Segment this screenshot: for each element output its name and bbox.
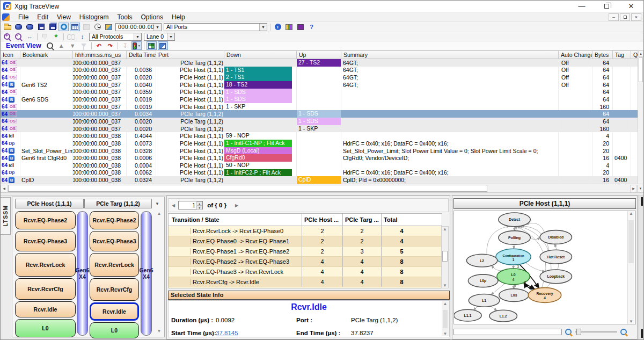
save-all-icon[interactable] (47, 23, 57, 31)
chevron-down-icon[interactable]: ▼ (134, 33, 141, 40)
column-transition-state[interactable]: Transition / State (169, 216, 302, 223)
filter-icon[interactable] (79, 41, 89, 50)
zoom-out-icon[interactable] (564, 328, 573, 336)
column-header-hhh-mm-ss-ms-us[interactable]: hhh:mm:ss.ms_us (73, 51, 127, 59)
time-combo[interactable]: 000:00:00.000 037 ▼ (115, 23, 162, 31)
scroll-up-icon[interactable]: ▲ (638, 50, 643, 57)
menu-histogram[interactable]: Histogram (75, 13, 113, 21)
timer-icon[interactable] (92, 23, 103, 31)
table-row[interactable]: 64Dp000:00:00.000_0380.0062PCIe Host (1,… (1, 169, 639, 177)
state-node-disabled[interactable]: Disabled (540, 230, 572, 244)
recent-trace-icon[interactable] (13, 23, 24, 31)
ltssm-tab[interactable]: LTSSM (1, 197, 11, 235)
scroll-down-icon[interactable]: ▼ (637, 185, 643, 192)
capture-icon[interactable] (58, 23, 69, 31)
column-header-bookmark[interactable]: Bookmark (20, 51, 73, 59)
transition-scrollbar[interactable]: ▲ ▼ (441, 226, 449, 288)
zoom-in-icon[interactable] (619, 328, 628, 336)
detail-pane-icon[interactable] (158, 41, 168, 50)
transition-row[interactable]: Rcvr.RcvrLock -> Rcvr.EQ-Phase0224 (169, 226, 442, 236)
state-node-l1-1[interactable]: L1.1 (454, 309, 481, 321)
packet-bar[interactable]: 1 - SDS (224, 96, 292, 103)
packet-bar[interactable]: 1 - InitFC1-NP ; Flit Ack (224, 140, 292, 147)
packet-bar[interactable]: 18 - TS2 (224, 81, 292, 89)
close-button[interactable]: ✕ (619, 1, 643, 12)
column-header-bytes[interactable]: Bytes (592, 51, 613, 59)
selected-state-info-header[interactable]: Selected State Info (168, 291, 450, 300)
table-row[interactable]: 64OS000:00:00.000_0370.0020PCIe Targ (1,… (1, 125, 639, 133)
table-row[interactable]: 64Dp000:00:00.000_0380.0073PCIe Host (1,… (1, 140, 639, 147)
pager-spinner[interactable]: 1 ▲ ▼ (178, 201, 203, 209)
minimize-button[interactable]: — (569, 1, 594, 12)
packet-bar[interactable]: MsgD (Local) (224, 147, 292, 155)
chevron-down-icon[interactable]: ▼ (138, 44, 141, 47)
packet-bar[interactable]: 1 - TS1 (224, 67, 292, 74)
chevron-down-icon[interactable]: ▼ (259, 24, 267, 31)
state-node-detect[interactable]: Detect (499, 213, 530, 227)
menu-edit[interactable]: Edit (33, 13, 53, 21)
chevron-down-icon[interactable]: ▼ (153, 24, 161, 31)
vscroll-thumb[interactable] (639, 57, 643, 82)
scroll-thumb[interactable] (628, 220, 634, 263)
packet-bar[interactable]: 1 - SKP (224, 103, 296, 111)
goto-icon[interactable]: ↧ (120, 41, 130, 50)
tag-icon[interactable] (40, 32, 50, 41)
packet-bar[interactable]: CplD (297, 176, 341, 184)
decode-pane-icon[interactable] (147, 41, 157, 50)
state-node-l0s[interactable]: L0s (499, 289, 529, 302)
pane-view-icon[interactable] (81, 23, 91, 31)
search-binoculars-icon[interactable] (66, 32, 76, 41)
zoom-out-icon[interactable]: - (13, 32, 24, 41)
ltssm-state-targ-rcvr-rcvrlock[interactable]: Rcvr.RcvrLock (90, 253, 139, 277)
ports-combo[interactable]: All Ports ▼ (164, 23, 267, 31)
recent-trace-alt-icon[interactable] (25, 23, 35, 31)
table-row[interactable]: 64Idl000:00:00.000_0380.0004PCIe Host (1… (1, 162, 639, 169)
scroll-up-icon[interactable]: ▲ (156, 211, 163, 216)
ltssm-state-host-rcvr-rcvrcfg[interactable]: Rcvr.RcvrCfg (15, 278, 76, 300)
packet-bar[interactable]: CfgRd0 (224, 154, 292, 162)
table-row[interactable]: 64OS000:00:00.000_0370.0359PCIe Host (1,… (1, 89, 639, 96)
pager-prev-icon[interactable]: ◀ (169, 203, 178, 208)
scroll-up-icon[interactable]: ▲ (442, 301, 449, 306)
table-row[interactable]: 64OS000:00:00.000_0370.0034PCIe Targ (1,… (1, 110, 639, 118)
column-header-icon[interactable]: Icon (1, 51, 20, 59)
chevron-down-icon[interactable]: ▼ (167, 33, 174, 40)
zoom-slider-thumb[interactable] (576, 329, 581, 335)
state-node-l0p[interactable]: L0p (468, 274, 497, 287)
table-row[interactable]: 64BGen6 TS2000:00:00.000_0370.0040PCIe H… (1, 81, 639, 89)
prev-event-icon[interactable]: ▲ (56, 41, 67, 50)
packet-bar[interactable]: 1 - SDS (297, 118, 341, 125)
ltssm-state-host-rcvr-eq-phase2[interactable]: Rcvr.EQ-Phase2 (15, 211, 76, 229)
zoom-slider[interactable] (575, 329, 617, 335)
ltssm-state-host-rcvr-rcvrlock[interactable]: Rcvr.RcvrLock (15, 253, 76, 277)
state-node-loopback[interactable]: Loopback (540, 270, 572, 284)
diagram-header[interactable]: PCIe Host (1,1,1) (453, 198, 636, 209)
scroll-down-icon[interactable]: ▼ (442, 331, 449, 336)
table-row[interactable]: 64OS000:00:00.000_0370.0020PCIe Host (1,… (1, 74, 639, 81)
spin-up-icon[interactable]: ▲ (196, 201, 202, 206)
next-event-icon[interactable]: ▼ (68, 41, 78, 50)
state-node-l2[interactable]: L2 (466, 254, 497, 267)
table-row[interactable]: 64BGen6 first CfgRd0000:00:00.000_0380.0… (1, 154, 639, 162)
table-row[interactable]: 64BSet_Slot_Power_Limit000:00:00.000_038… (1, 147, 639, 155)
column-tc2[interactable]: PCIe Host ... (302, 214, 342, 226)
menu-file[interactable]: File (14, 13, 33, 21)
table-row[interactable]: 64OS000:00:00.000_037PCIe Targ (1,1,2)27… (1, 59, 639, 67)
start-time-link[interactable]: 37.8145 (216, 330, 238, 336)
packet-bar[interactable]: 2 - TS1 (224, 74, 292, 81)
spin-down-icon[interactable]: ▼ (196, 206, 202, 210)
scroll-down-icon[interactable]: ▼ (628, 319, 634, 324)
transition-row[interactable]: Rcvr.EQ-Phase3 -> Rcvr.RcvrLock448 (169, 267, 442, 277)
ltssm-state-targ-rcvr-idle[interactable]: Rcvr.Idle (90, 302, 139, 321)
scroll-down-icon[interactable]: ▼ (442, 283, 448, 288)
menu-options[interactable]: Options (137, 13, 167, 21)
table-row[interactable]: 64OS000:00:00.000_0370.0036PCIe Host (1,… (1, 67, 639, 74)
table-row[interactable]: 64Idl000:00:00.000_0380.4044PCIe Host (1… (1, 132, 639, 140)
transition-row[interactable]: Rcvr.EQ-Phase1 -> Rcvr.EQ-Phase2235 (169, 247, 442, 257)
packet-bar[interactable]: 59 - NOP (224, 132, 296, 140)
event-table-vscrollbar[interactable]: ▲ (638, 50, 643, 184)
ltssm-state-targ-rcvr-eq-phase3[interactable]: Rcvr.EQ-Phase3 (90, 231, 139, 251)
grid-view-icon[interactable] (70, 23, 80, 31)
transition-row[interactable]: Rcvr.EQ-Phase2 -> Rcvr.EQ-Phase3448 (169, 257, 442, 267)
column-header-tag[interactable]: Tag (613, 51, 631, 59)
